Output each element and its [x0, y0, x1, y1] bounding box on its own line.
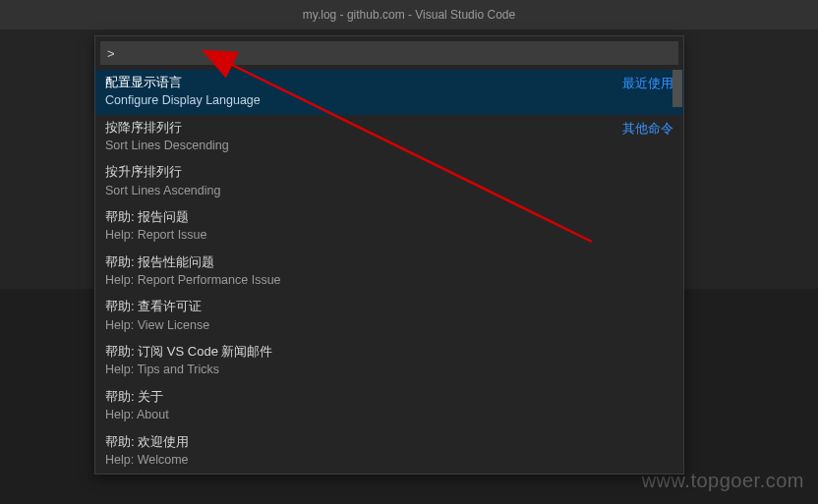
palette-item-configure-display-language[interactable]: 配置显示语言 Configure Display Language 最近使用 — [95, 70, 683, 115]
recently-used-tag: 最近使用 — [622, 74, 673, 92]
window-title: my.log - github.com - Visual Studio Code — [303, 8, 515, 22]
palette-item-label-cn: 帮助: 报告问题 — [105, 208, 673, 226]
palette-item-sort-lines-ascending[interactable]: 按升序排列行 Sort Lines Ascending — [95, 159, 683, 204]
palette-item-help-report-performance-issue[interactable]: 帮助: 报告性能问题 Help: Report Performance Issu… — [95, 250, 683, 295]
command-palette-input[interactable] — [100, 41, 678, 65]
palette-item-sort-lines-descending[interactable]: 按降序排列行 Sort Lines Descending 其他命令 — [95, 115, 683, 160]
palette-item-label-cn: 帮助: 欢迎使用 — [105, 433, 673, 451]
window-titlebar: my.log - github.com - Visual Studio Code — [0, 0, 818, 29]
palette-item-label-en: Help: Welcome — [105, 452, 673, 470]
palette-item-label-en: Help: View License — [105, 317, 673, 335]
other-commands-tag: 其他命令 — [622, 119, 673, 138]
palette-item-help-tips-and-tricks[interactable]: 帮助: 订阅 VS Code 新闻邮件 Help: Tips and Trick… — [95, 339, 683, 384]
palette-item-label-en: Help: About — [105, 407, 673, 424]
palette-item-help-report-issue[interactable]: 帮助: 报告问题 Help: Report Issue — [95, 204, 683, 250]
scrollbar-thumb[interactable] — [672, 70, 682, 107]
palette-item-label-en: Help: Report Performance Issue — [105, 272, 673, 290]
palette-item-label-cn: 帮助: 关于 — [105, 388, 673, 406]
palette-item-label-en: Help: Report Issue — [105, 227, 673, 245]
palette-item-label-en: Sort Lines Ascending — [105, 183, 673, 200]
palette-item-help-welcome[interactable]: 帮助: 欢迎使用 Help: Welcome — [95, 429, 683, 475]
palette-item-label-en: Configure Display Language — [105, 92, 614, 110]
command-palette-input-wrap — [95, 36, 683, 70]
palette-item-label-en: Sort Lines Descending — [105, 138, 614, 155]
palette-item-label-cn: 配置显示语言 — [105, 74, 614, 91]
palette-item-label-cn: 帮助: 订阅 VS Code 新闻邮件 — [105, 343, 673, 361]
palette-item-label-cn: 按降序排列行 — [105, 119, 614, 137]
palette-item-label-en: Help: Tips and Tricks — [105, 362, 673, 379]
command-palette: 配置显示语言 Configure Display Language 最近使用 按… — [94, 35, 684, 475]
command-palette-list: 配置显示语言 Configure Display Language 最近使用 按… — [95, 70, 683, 474]
palette-item-help-view-license[interactable]: 帮助: 查看许可证 Help: View License — [95, 294, 683, 339]
palette-item-help-about[interactable]: 帮助: 关于 Help: About — [95, 384, 683, 429]
palette-item-label-cn: 帮助: 报告性能问题 — [105, 253, 673, 271]
palette-item-label-cn: 按升序排列行 — [105, 163, 673, 181]
palette-item-label-cn: 帮助: 查看许可证 — [105, 298, 673, 315]
